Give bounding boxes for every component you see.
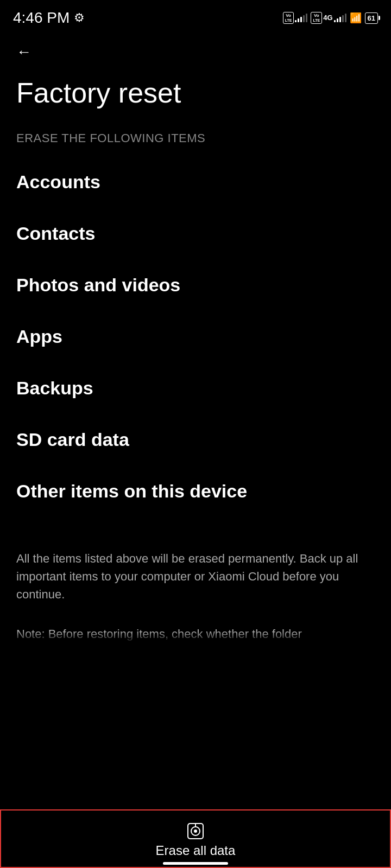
item-label: Backups bbox=[16, 378, 93, 398]
item-label: Accounts bbox=[16, 171, 100, 192]
signal-bar bbox=[295, 20, 297, 22]
home-indicator bbox=[163, 862, 228, 865]
signal-group-1: VoLTE bbox=[283, 12, 308, 24]
list-item: Backups bbox=[16, 362, 375, 414]
volte-badge-1: VoLTE bbox=[283, 12, 294, 24]
item-label: Other items on this device bbox=[16, 481, 247, 501]
erase-all-icon bbox=[186, 821, 205, 843]
disclaimer-note-text: Note: Before restoring items, check whet… bbox=[16, 625, 375, 643]
signal-bar bbox=[300, 17, 302, 22]
signal-bar bbox=[303, 15, 305, 22]
list-item: Contacts bbox=[16, 208, 375, 259]
erase-all-label: Erase all data bbox=[156, 843, 236, 858]
page-title: Factory reset bbox=[16, 77, 375, 110]
signal-bar bbox=[334, 20, 336, 22]
battery-level: 61 bbox=[368, 14, 375, 22]
wifi-icon: 📶 bbox=[350, 12, 362, 24]
item-label: Contacts bbox=[16, 223, 95, 244]
status-time-group: 4:46 PM ⚙ bbox=[13, 9, 85, 27]
status-bar: 4:46 PM ⚙ VoLTE VoLTE 4G bbox=[0, 0, 391, 33]
back-arrow-icon[interactable]: ← bbox=[16, 43, 31, 60]
signal-bars-2 bbox=[334, 14, 346, 22]
signal-bar bbox=[342, 15, 344, 22]
list-item: Accounts bbox=[16, 156, 375, 208]
signal-bar bbox=[306, 14, 307, 22]
signal-group-2: VoLTE 4G bbox=[311, 12, 346, 24]
disclaimer-note-container: Note: Before restoring items, check whet… bbox=[0, 614, 391, 643]
page-title-container: Factory reset bbox=[0, 66, 391, 115]
signal-bar bbox=[339, 17, 341, 22]
list-item: SD card data bbox=[16, 414, 375, 465]
volte-badge-2: VoLTE bbox=[311, 12, 322, 24]
item-label: SD card data bbox=[16, 429, 129, 450]
section-header: ERASE THE FOLLOWING ITEMS bbox=[0, 115, 391, 156]
signal-bars-1 bbox=[295, 14, 307, 22]
list-item: Other items on this device bbox=[16, 465, 375, 517]
disclaimer-container: All the items listed above will be erase… bbox=[0, 517, 391, 614]
4g-badge: 4G bbox=[323, 14, 332, 22]
signal-bar bbox=[337, 18, 338, 22]
list-item: Apps bbox=[16, 311, 375, 362]
nav-back[interactable]: ← bbox=[0, 33, 391, 66]
disclaimer-main-text: All the items listed above will be erase… bbox=[16, 550, 375, 603]
svg-point-2 bbox=[194, 829, 197, 833]
erase-items-list: Accounts Contacts Photos and videos Apps… bbox=[0, 156, 391, 517]
signal-bar bbox=[345, 14, 346, 22]
list-item: Photos and videos bbox=[16, 259, 375, 311]
status-icons: VoLTE VoLTE 4G 📶 bbox=[283, 12, 378, 24]
signal-bar bbox=[298, 18, 299, 22]
item-label: Photos and videos bbox=[16, 275, 180, 295]
time-display: 4:46 PM bbox=[13, 9, 70, 27]
battery-icon: 61 bbox=[365, 12, 378, 24]
erase-all-button[interactable]: Erase all data bbox=[0, 809, 391, 868]
item-label: Apps bbox=[16, 326, 62, 347]
section-header-text: ERASE THE FOLLOWING ITEMS bbox=[16, 131, 205, 145]
gear-icon: ⚙ bbox=[74, 11, 85, 25]
